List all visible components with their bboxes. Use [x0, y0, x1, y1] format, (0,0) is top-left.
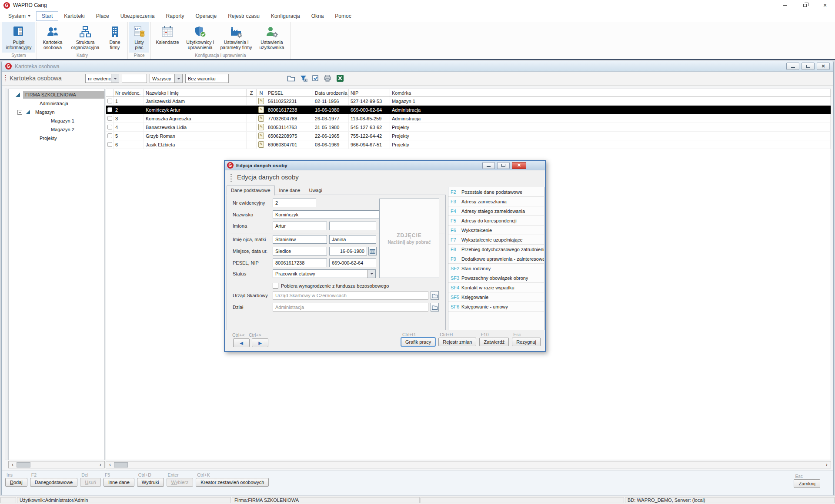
shortcut-row[interactable]: F9 Dodatkowe uprawnienia - zainteresowar: [448, 254, 544, 264]
window-close-button[interactable]: ×: [815, 0, 835, 10]
ribbon-item-listy-plac[interactable]: LP Listy płac: [129, 22, 149, 53]
shortcut-row[interactable]: SF3 Powszechny obowiązek obrony: [448, 273, 544, 283]
column-header-department[interactable]: Komórka: [390, 89, 831, 96]
shortcut-row[interactable]: F8 Przebieg dotychczasowego zatrudnienia: [448, 245, 544, 254]
expander-icon[interactable]: [16, 93, 20, 97]
window-minimize-button[interactable]: [775, 0, 795, 10]
excel-export-button[interactable]: [336, 74, 344, 82]
collapse-icon[interactable]: [17, 110, 22, 115]
menu-item-start[interactable]: Start: [36, 11, 58, 21]
menu-item-konfiguracja[interactable]: Konfiguracja: [265, 11, 306, 21]
ribbon-item-struktura-organizacyjna[interactable]: Struktura organizacyjna: [67, 22, 104, 53]
folder-button[interactable]: [287, 75, 295, 82]
column-header-nr[interactable]: Nr ewidenc.: [114, 89, 144, 96]
ribbon-item-dane-firmy[interactable]: Dane firmy: [104, 22, 126, 53]
scroll-left-icon[interactable]: ‹: [107, 463, 113, 467]
table-row[interactable]: 1 Janiszewski Adam 56110252231 02-11-195…: [106, 97, 831, 106]
shortcut-row[interactable]: SF6 Księgowanie - umowy: [448, 302, 544, 312]
ribbon-item-ustawienia-i-parametry-firmy[interactable]: Ustawienia i parametry firmy: [217, 22, 255, 53]
ribbon-item-uzytkownicy-i-uprawnienia[interactable]: Użytkownicy i uprawnienia: [183, 22, 217, 53]
row-checkbox[interactable]: [107, 125, 112, 129]
column-header-n[interactable]: N: [257, 89, 266, 96]
filter-search-input[interactable]: [122, 74, 147, 83]
note-icon[interactable]: [258, 124, 264, 130]
kartoteka-titlebar[interactable]: G Kartoteka osobowa ✕: [2, 61, 833, 72]
expander-icon[interactable]: [26, 110, 30, 114]
column-header-birthdate[interactable]: Data urodzenia: [313, 89, 349, 96]
add-button[interactable]: Dodaj: [5, 478, 27, 487]
note-icon[interactable]: [258, 133, 264, 139]
note-icon[interactable]: [258, 106, 264, 113]
tree-item-magazyn-2[interactable]: Magazyn 2: [9, 125, 104, 134]
basic-data-button[interactable]: Dane podstawowe: [30, 478, 77, 487]
kartoteka-minimize-button[interactable]: [786, 63, 799, 70]
row-checkbox[interactable]: [107, 107, 112, 112]
column-header-z[interactable]: Z: [247, 89, 257, 96]
shortcut-row[interactable]: F7 Wykształcenie uzupełniające: [448, 235, 544, 245]
ribbon-item-ustawienia-uzytkownika[interactable]: Ustawienia użytkownika: [255, 22, 289, 53]
filter-button[interactable]: [300, 75, 307, 82]
menu-item-raporty[interactable]: Raporty: [160, 11, 190, 21]
shortcut-row[interactable]: SF4 Kontakt w razie wypadku: [448, 283, 544, 292]
shortcut-row[interactable]: F6 Wykształcenie: [448, 225, 544, 235]
delete-button[interactable]: Usuń: [80, 478, 101, 487]
filter-condition-input[interactable]: Bez warunku: [185, 74, 229, 83]
menu-item-kartoteki[interactable]: Kartoteki: [58, 11, 90, 21]
menu-item-pomoc[interactable]: Pomoc: [329, 11, 357, 21]
kartoteka-close-button[interactable]: ✕: [817, 63, 830, 70]
drag-handle-icon[interactable]: [5, 75, 6, 82]
table-hscrollbar[interactable]: ‹ ›: [106, 461, 831, 468]
tab-inne-dane[interactable]: Inne dane: [275, 186, 305, 196]
menu-item-operacje[interactable]: Operacje: [190, 11, 223, 21]
splitter-strip[interactable]: [5, 89, 7, 460]
column-header-name[interactable]: Nazwisko i imię: [144, 89, 247, 96]
tree-item-projekty[interactable]: Projekty: [9, 134, 104, 143]
menu-item-place[interactable]: Płace: [90, 11, 115, 21]
prev-person-button[interactable]: ◀: [233, 338, 250, 347]
scroll-left-icon[interactable]: ‹: [10, 463, 16, 467]
dialog-titlebar[interactable]: G Edycja danych osoby ✕: [225, 161, 545, 170]
table-row[interactable]: 5 Grzyb Roman 65062208975 22-06-1965 755…: [106, 132, 831, 140]
table-row[interactable]: 2 Komińczyk Artur 80061617238 16-06-1980…: [106, 106, 831, 114]
tab-uwagi[interactable]: Uwagi: [304, 186, 327, 196]
zatwierdz-button[interactable]: Zatwierdź: [479, 338, 509, 346]
rejestr-zmian-button[interactable]: Rejestr zmian: [438, 338, 476, 346]
shortcut-row[interactable]: F4 Adresy stałego zameldowania: [448, 206, 544, 216]
rezygnuj-button[interactable]: Rezygnuj: [512, 338, 541, 346]
close-panel-button[interactable]: Zamknij: [794, 479, 820, 488]
kartoteka-restore-button[interactable]: [802, 63, 815, 70]
shortcut-row[interactable]: F2 Pozostałe dane podstawowe: [448, 187, 544, 197]
menu-item-ubezpieczenia[interactable]: Ubezpieczenia: [115, 11, 160, 21]
row-checkbox[interactable]: [107, 99, 112, 103]
tree-item-magazyn-1[interactable]: Magazyn 1: [9, 116, 104, 125]
shortcut-row[interactable]: SF5 Księgowanie: [448, 292, 544, 302]
tree-hscrollbar[interactable]: ‹ ›: [8, 461, 105, 468]
row-checkbox[interactable]: [107, 116, 112, 121]
tree-item-magazyn[interactable]: Magazyn: [9, 108, 104, 116]
ribbon-item-pulpit-informacyjny[interactable]: Pulpit informacyjny: [2, 22, 35, 53]
menu-item-system[interactable]: System: [3, 11, 36, 21]
other-data-button[interactable]: Inne dane: [104, 478, 134, 487]
column-header-select[interactable]: [106, 89, 114, 96]
table-row[interactable]: 3 Komoszka Agnieszka 77032604788 26-03-1…: [106, 114, 831, 123]
ribbon-item-kalendarze[interactable]: Kalendarze: [152, 22, 183, 53]
report-wizard-button[interactable]: Kreator zestawień osobowych: [196, 478, 269, 487]
note-icon[interactable]: [258, 141, 264, 148]
scroll-right-icon[interactable]: ›: [97, 463, 104, 467]
note-icon[interactable]: [258, 98, 264, 104]
scroll-right-icon[interactable]: ›: [824, 463, 830, 467]
column-header-pesel[interactable]: PESEL: [266, 89, 313, 96]
row-checkbox[interactable]: [107, 133, 112, 138]
menu-item-okna[interactable]: Okna: [306, 11, 330, 21]
next-person-button[interactable]: ▶: [252, 338, 268, 347]
shortcut-row[interactable]: F3 Adresy zamieszkania: [448, 197, 544, 206]
filter-field-selector[interactable]: nr ewidencyjny: [85, 74, 119, 83]
column-header-nip[interactable]: NIP: [349, 89, 390, 96]
dialog-close-button[interactable]: ✕: [512, 162, 526, 169]
row-checkbox[interactable]: [107, 142, 112, 147]
grafik-pracy-button[interactable]: Grafik pracy: [401, 338, 435, 346]
table-row[interactable]: 4 Banaszewska Lidia 80053114763 31-05-19…: [106, 123, 831, 132]
printouts-button[interactable]: Wydruki: [137, 478, 164, 487]
window-restore-button[interactable]: [795, 0, 815, 10]
shortcut-row[interactable]: F5 Adresy do korespondencji: [448, 216, 544, 225]
